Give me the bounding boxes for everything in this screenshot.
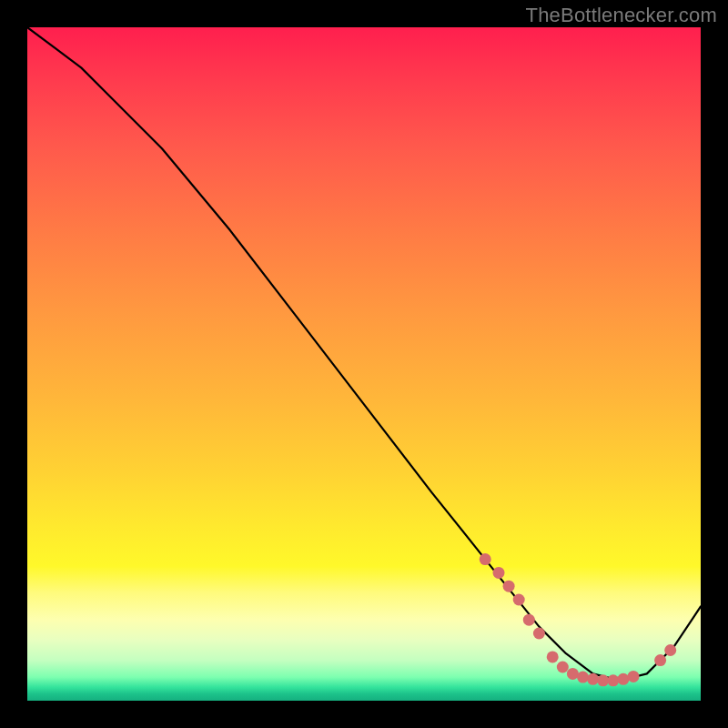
plot-area [27,27,701,701]
sample-point [577,672,589,683]
sample-point [654,654,666,666]
sample-point [503,581,515,592]
sample-point [664,644,676,656]
sample-point [587,673,599,685]
sample-point [480,553,491,565]
sample-point [617,673,629,685]
sample-point [513,594,525,606]
sample-point [533,628,545,640]
sample-point [493,567,505,579]
sample-point [547,651,559,662]
marker-group [480,553,677,686]
sample-point [567,668,579,680]
sample-point [607,674,619,686]
attribution-label: TheBottlenecker.com [526,4,717,27]
sample-point [557,662,569,673]
sample-point [597,674,609,686]
curve-layer [27,27,701,701]
sample-point [628,671,640,682]
chart-frame: TheBottlenecker.com [0,0,728,728]
bottleneck-curve [27,27,701,681]
sample-point [523,614,535,626]
